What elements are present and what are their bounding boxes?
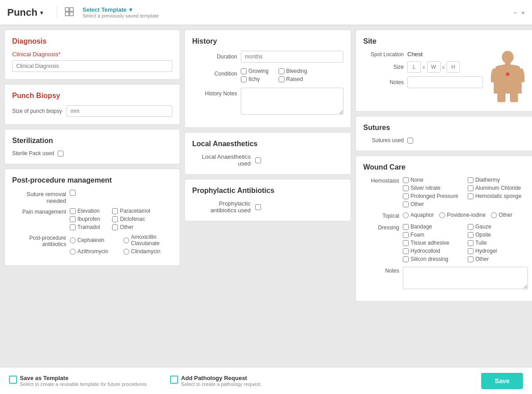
size-h-input[interactable] bbox=[446, 61, 460, 73]
pain-tramadol: Tramadol bbox=[70, 224, 108, 230]
elevation-checkbox[interactable] bbox=[70, 208, 76, 214]
tissue-adhesive-checkbox[interactable] bbox=[403, 240, 409, 246]
paracetamol-checkbox[interactable] bbox=[112, 208, 118, 214]
pathology-icon bbox=[170, 376, 178, 384]
azithromycin-radio[interactable] bbox=[70, 249, 76, 255]
hemo-other-checkbox[interactable] bbox=[403, 201, 409, 207]
hydrocolloid-checkbox[interactable] bbox=[403, 248, 409, 254]
prophylactic-label: Prophylacticantibiotics used bbox=[192, 200, 251, 214]
duration-input[interactable] bbox=[241, 51, 343, 63]
pain-paracetamol: Paracetamol bbox=[112, 208, 150, 214]
antibiotic-amoxicillin: Amoxicillin Clavulanate bbox=[123, 234, 172, 246]
body-figure-svg bbox=[487, 51, 528, 103]
history-notes-textarea[interactable] bbox=[241, 88, 343, 115]
bandage-checkbox[interactable] bbox=[403, 224, 409, 230]
ibuprofen-checkbox[interactable] bbox=[70, 216, 76, 222]
dress-other-checkbox[interactable] bbox=[468, 256, 473, 262]
amoxicillin-label: Amoxicillin Clavulanate bbox=[131, 234, 172, 246]
topical-other-radio[interactable] bbox=[491, 212, 497, 218]
hydrogel-checkbox[interactable] bbox=[468, 248, 473, 254]
punch-size-label: Size of punch biopsy bbox=[12, 108, 62, 114]
clinical-diagnosis-input[interactable] bbox=[12, 60, 172, 72]
save-button[interactable]: Save bbox=[481, 373, 523, 389]
hemo-other: Other bbox=[403, 201, 463, 207]
hemostatic-sponge-checkbox[interactable] bbox=[468, 193, 473, 199]
povidone-radio[interactable] bbox=[439, 212, 445, 218]
title-dropdown-icon[interactable]: ▾ bbox=[40, 9, 43, 16]
post-procedure-card: Post-procedure management Suture removal… bbox=[5, 169, 180, 266]
punch-size-input[interactable] bbox=[67, 105, 172, 117]
hydrocolloid-label: Hydrocolloid bbox=[410, 248, 440, 254]
condition-itchy: Itchy bbox=[241, 76, 270, 82]
site-title: Site bbox=[363, 37, 528, 45]
dressing-row: Dressing Bandage Gauze Foam bbox=[363, 224, 528, 262]
spot-location-row: Spot Location Chest bbox=[363, 51, 483, 58]
hemo-aluminum-chloride: Aluminum Chloride bbox=[468, 185, 528, 191]
topical-label: Topical bbox=[363, 212, 399, 219]
diclofenac-checkbox[interactable] bbox=[112, 216, 118, 222]
diagnosis-title: Diagnosis bbox=[12, 37, 172, 45]
aquaphor-label: Aquaphor bbox=[410, 212, 434, 218]
tramadol-checkbox[interactable] bbox=[70, 224, 76, 230]
minimize-button[interactable]: − bbox=[514, 9, 517, 16]
save-template-icon bbox=[9, 376, 17, 384]
silver-nitrate-checkbox[interactable] bbox=[403, 185, 409, 191]
pain-other-label: Other bbox=[120, 224, 133, 230]
post-antibiotics-row: Post-procedureantibiotics Cephalexin Amo… bbox=[12, 234, 172, 255]
silver-nitrate-label: Silver nitrate bbox=[410, 185, 441, 191]
prophylactic-checkbox[interactable] bbox=[255, 204, 261, 210]
tulle-checkbox[interactable] bbox=[468, 240, 473, 246]
site-notes-input[interactable] bbox=[407, 76, 483, 88]
select-template-button[interactable]: Select Template ▾ bbox=[82, 6, 132, 13]
header: Punch ▾ Select Template ▾ Select a previ… bbox=[0, 0, 532, 25]
none-checkbox[interactable] bbox=[403, 177, 409, 183]
save-template-sub: Select to create a reusable template for… bbox=[20, 381, 148, 387]
wound-notes-textarea[interactable] bbox=[403, 267, 528, 289]
silicon-checkbox[interactable] bbox=[403, 256, 409, 262]
bleeding-checkbox[interactable] bbox=[279, 68, 284, 74]
size-w-input[interactable] bbox=[427, 61, 441, 73]
pain-elevation: Elevation bbox=[70, 208, 108, 214]
topical-row: Topical Aquaphor Povidone-iodine Other bbox=[363, 212, 528, 219]
punch-biopsy-row: Size of punch biopsy bbox=[12, 105, 172, 117]
gauze-checkbox[interactable] bbox=[468, 224, 473, 230]
aluminum-chloride-checkbox[interactable] bbox=[468, 185, 473, 191]
clindamycin-radio[interactable] bbox=[123, 249, 129, 255]
dress-tulle: Tulle bbox=[468, 240, 528, 246]
antibiotic-clindamycin: Clindamycin bbox=[123, 248, 172, 255]
growing-checkbox[interactable] bbox=[241, 68, 247, 74]
itchy-checkbox[interactable] bbox=[241, 76, 247, 82]
azithromycin-label: Azithromycin bbox=[77, 248, 108, 255]
pain-other-checkbox[interactable] bbox=[112, 224, 118, 230]
sutures-used-checkbox[interactable] bbox=[407, 138, 413, 143]
dress-hydrogel: Hydrogel bbox=[468, 248, 528, 254]
aquaphor-radio[interactable] bbox=[403, 212, 409, 218]
hemo-none: None bbox=[403, 177, 463, 183]
suture-removal-checkbox[interactable] bbox=[70, 190, 76, 196]
template-btn-subtitle: Select a previously saved template bbox=[82, 13, 159, 18]
condition-row: Condition Growing Bleeding Itchy bbox=[192, 68, 343, 82]
sutures-row: Sutures used bbox=[363, 137, 528, 143]
diagnosis-card: Diagnosis Clinical Diagnosis* bbox=[5, 30, 180, 80]
raised-checkbox[interactable] bbox=[279, 76, 284, 82]
cephalexin-radio[interactable] bbox=[70, 237, 76, 243]
dress-bandage: Bandage bbox=[403, 224, 463, 230]
foam-checkbox[interactable] bbox=[403, 232, 409, 238]
opsite-checkbox[interactable] bbox=[468, 232, 473, 238]
size-l-input[interactable] bbox=[407, 61, 421, 73]
local-anaesthetics-checkbox[interactable] bbox=[255, 157, 261, 163]
clinical-diagnosis-label: Clinical Diagnosis* bbox=[12, 51, 172, 58]
sterile-pack-checkbox[interactable] bbox=[58, 151, 63, 157]
prophylactic-card: Prophylactic Antibiotics Prophylacticant… bbox=[185, 179, 351, 221]
elevation-label: Elevation bbox=[77, 208, 99, 214]
size-x2: x bbox=[442, 64, 445, 70]
svg-rect-2 bbox=[65, 12, 69, 16]
diathermy-checkbox[interactable] bbox=[468, 177, 473, 183]
amoxicillin-radio[interactable] bbox=[123, 237, 129, 243]
prophylactic-title: Prophylactic Antibiotics bbox=[192, 187, 343, 195]
dress-opsite: Opsite bbox=[468, 232, 528, 238]
prolonged-pressure-checkbox[interactable] bbox=[403, 193, 409, 199]
save-template-text: Save as Template Select to create a reus… bbox=[20, 375, 148, 387]
dress-tissue-adhesive: Tissue adhesive bbox=[403, 240, 463, 246]
close-button[interactable]: × bbox=[521, 9, 525, 16]
